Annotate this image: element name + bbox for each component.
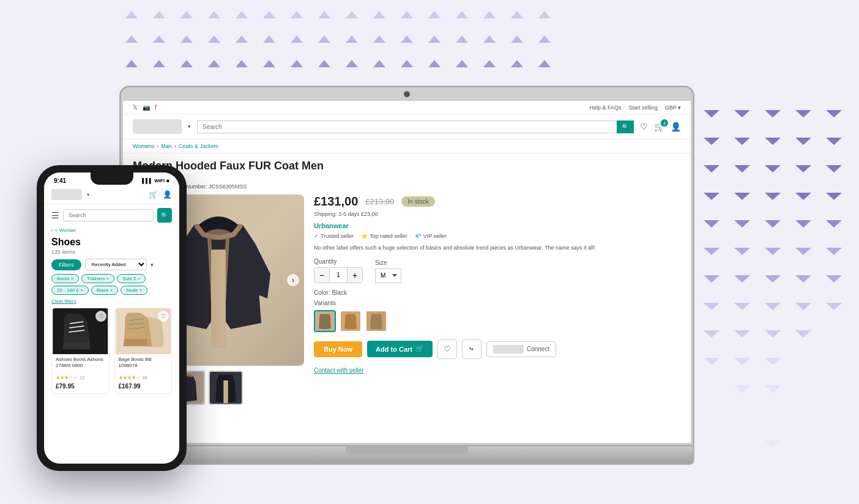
- product-price: £131,00: [314, 195, 358, 209]
- phone-back-arrow[interactable]: ‹: [51, 228, 53, 233]
- search-input[interactable]: [197, 120, 617, 133]
- phone-product-1-name: Ashoes Boots Ashoes 2788/6 0800: [56, 357, 105, 369]
- phone-product-2-info: Bage Boots BB 1098078 ★★★★☆ 89 £167.99: [115, 354, 172, 393]
- product-title: Modern Hooded Faux FUR Coat Men: [133, 160, 681, 172]
- qty-size-row: Quantity − + Size M: [314, 258, 681, 283]
- quantity-label: Quantity: [314, 258, 363, 265]
- breadcrumb-home[interactable]: Womens: [133, 143, 154, 149]
- tag-trainers-label: Trainers ×: [87, 276, 109, 281]
- phone-search-row: ☰ 🔍: [44, 204, 179, 226]
- phone-product-1-wishlist[interactable]: ♡: [95, 311, 106, 322]
- seller-name[interactable]: Urbanwear: [314, 222, 681, 229]
- thumb-img-3: [210, 372, 242, 404]
- product-section: ›: [123, 195, 691, 411]
- tag-price[interactable]: 20 - 180 £ ×: [51, 286, 89, 295]
- tag-black[interactable]: Black ×: [91, 286, 118, 295]
- size-selector[interactable]: M S L XL: [375, 269, 401, 283]
- svg-rect-98: [211, 250, 226, 347]
- image-next-arrow[interactable]: ›: [287, 274, 299, 286]
- instagram-icon[interactable]: 📷: [143, 104, 150, 111]
- phone-product-1-stars: ★★★☆☆: [56, 375, 77, 380]
- phone-notch: [91, 172, 133, 185]
- phone-breadcrumb[interactable]: ‹ < Woman: [44, 226, 179, 235]
- trusted-seller-badge: ✓ Trusted seller: [314, 233, 354, 239]
- quantity-decrease[interactable]: −: [314, 268, 329, 283]
- product-header-area: Modern Hooded Faux FUR Coat Men Black, M…: [123, 154, 691, 190]
- currency-selector[interactable]: GBP ▾: [665, 105, 681, 111]
- phone-logo[interactable]: [51, 189, 82, 200]
- connect-logo: [493, 345, 524, 354]
- product-info-section: £131,00 £213,00 In stock Shipping: 3-5 d…: [314, 195, 681, 405]
- phone-product-2-name: Bage Boots BB 1098078: [119, 357, 168, 369]
- tag-size[interactable]: Size 2 ×: [117, 274, 146, 283]
- phone-clear-filters[interactable]: Clear filters: [44, 297, 179, 308]
- phone-header-icons: 🛒 👤: [149, 190, 172, 199]
- phone-sort-select[interactable]: Recently Added: [85, 259, 147, 270]
- user-icon[interactable]: 👤: [671, 122, 681, 132]
- breadcrumb-man[interactable]: Man: [161, 143, 172, 149]
- variant-black[interactable]: [314, 310, 336, 332]
- tag-black-label: Black ×: [97, 287, 113, 293]
- connect-label: Connect: [527, 346, 549, 352]
- breadcrumb-sep1: ›: [157, 143, 158, 149]
- phone: 9:41 ▌▌▌ WiFi ■ ▾ 🛒 👤: [37, 165, 187, 471]
- contact-seller-link[interactable]: Contact with seller: [314, 367, 364, 374]
- breadcrumb: Womens › Man › Coats & Jackets: [123, 139, 691, 154]
- phone-search-button[interactable]: 🔍: [157, 208, 172, 223]
- cart-btn-icon: 🛒: [415, 345, 424, 353]
- phone-product-1[interactable]: ♡ Ashoes Boots Ashoes 2788/6 0800 ★★★☆☆ …: [51, 308, 110, 394]
- help-link[interactable]: Help & FAQs: [590, 105, 622, 111]
- size-label: Size: [375, 259, 401, 266]
- hamburger-icon[interactable]: ☰: [51, 210, 59, 220]
- phone-logo-arrow[interactable]: ▾: [87, 192, 89, 198]
- site-search[interactable]: 🔍: [197, 120, 634, 133]
- tag-trainers[interactable]: Trainers ×: [81, 274, 114, 283]
- facebook-icon[interactable]: f: [155, 104, 157, 111]
- phone-filter-tags: Boots × Trainers × Size 2 × 20 - 180 £ ×…: [44, 274, 179, 297]
- phone-product-2[interactable]: ♡ Bage Boots BB 1098078 ★★★★☆ 89 £167.99: [114, 308, 173, 394]
- variant-tan[interactable]: [365, 310, 387, 332]
- phone-filter-button[interactable]: Filters: [51, 259, 81, 270]
- tag-size-label: Size 2 ×: [122, 276, 140, 281]
- share-button[interactable]: ⤷: [462, 339, 482, 359]
- breadcrumb-category[interactable]: Coats & Jackets: [179, 143, 218, 149]
- laptop: 𝕏 📷 f Help & FAQs Start selling GBP ▾ ▾: [119, 86, 694, 465]
- wishlist-icon[interactable]: ♡: [640, 122, 648, 132]
- phone-filters-row: Filters Recently Added ▾: [44, 259, 179, 274]
- size-section: Size M S L XL: [375, 259, 401, 283]
- cart-icon[interactable]: 🛒 4: [654, 122, 664, 132]
- phone-status-icons: ▌▌▌ WiFi ■: [142, 178, 169, 183]
- vip-badge: 💎 VIP seller: [415, 233, 447, 239]
- phone-search-input[interactable]: [63, 209, 154, 221]
- logo-dropdown-arrow[interactable]: ▾: [188, 124, 191, 130]
- variant-brown[interactable]: [340, 310, 362, 332]
- tag-nude[interactable]: Nude ×: [121, 286, 147, 295]
- checkmark-icon: ✓: [314, 233, 319, 239]
- tag-nude-label: Nude ×: [126, 287, 142, 293]
- search-button[interactable]: 🔍: [617, 120, 634, 133]
- start-selling-link[interactable]: Start selling: [629, 105, 658, 111]
- phone-sort-dropdown-arrow: ▾: [151, 262, 154, 268]
- wishlist-button[interactable]: ♡: [437, 339, 457, 359]
- add-to-cart-label: Add to Cart: [376, 346, 412, 353]
- connect-button[interactable]: Connect: [486, 341, 556, 357]
- quantity-increase[interactable]: +: [348, 268, 362, 283]
- vip-icon: 💎: [415, 233, 422, 239]
- tag-boots[interactable]: Boots ×: [51, 274, 79, 283]
- tag-boots-label: Boots ×: [57, 276, 73, 281]
- product-meta: 332 reviews Model Number: JCSS6305MSS: [133, 183, 681, 190]
- svg-point-99: [206, 229, 231, 239]
- scene: 𝕏 📷 f Help & FAQs Start selling GBP ▾ ▾: [0, 0, 859, 504]
- twitter-icon[interactable]: 𝕏: [133, 104, 138, 111]
- buy-now-button[interactable]: Buy Now: [314, 341, 362, 357]
- phone-cart-icon[interactable]: 🛒: [149, 190, 158, 199]
- quantity-input[interactable]: [329, 268, 348, 283]
- phone-product-2-wishlist[interactable]: ♡: [158, 311, 169, 322]
- product-description: No other label offers such a huge select…: [314, 244, 681, 252]
- site-logo[interactable]: [133, 119, 182, 134]
- phone-breadcrumb-text[interactable]: < Woman: [55, 228, 76, 233]
- vip-label: VIP seller: [423, 233, 447, 239]
- add-to-cart-button[interactable]: Add to Cart 🛒: [367, 341, 433, 357]
- phone-user-icon[interactable]: 👤: [163, 190, 172, 199]
- thumbnail-3[interactable]: [209, 371, 243, 405]
